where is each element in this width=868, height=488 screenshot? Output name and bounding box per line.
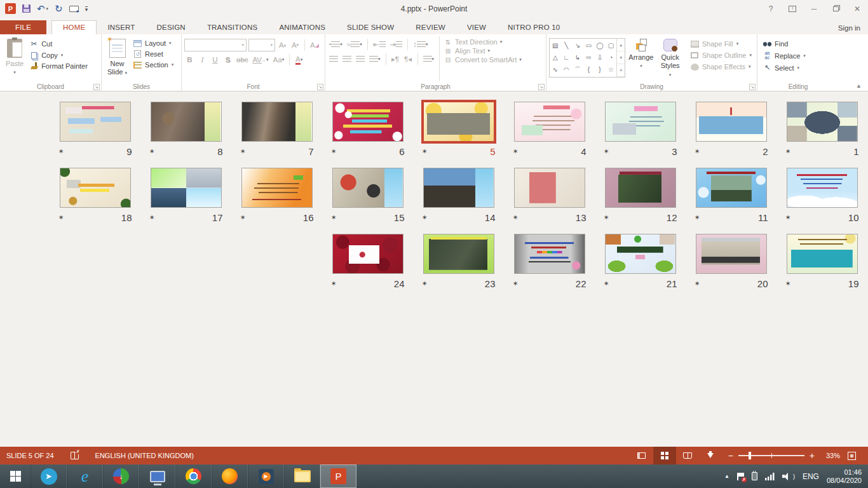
slide-cell-10[interactable]: ✶10: [776, 168, 867, 223]
increase-indent-button[interactable]: ⇥: [389, 39, 404, 50]
animation-star-icon[interactable]: ✶: [240, 214, 246, 222]
shapes-gallery-scrollbar[interactable]: ▲ ▼ ≚: [616, 39, 625, 77]
animation-star-icon[interactable]: ✶: [149, 147, 155, 156]
close-button[interactable]: ✕: [846, 0, 868, 17]
slide-cell-17[interactable]: ✶17: [140, 168, 231, 223]
animation-star-icon[interactable]: ✶: [422, 214, 428, 222]
justify-button[interactable]: ▾: [368, 53, 382, 65]
animation-star-icon[interactable]: ✶: [58, 147, 64, 156]
slide-thumbnail-1[interactable]: [787, 102, 858, 142]
ribbon-tab-home[interactable]: HOME: [51, 20, 97, 34]
taskbar-firefox-button[interactable]: [212, 464, 248, 488]
select-button[interactable]: ↖Select▾: [760, 62, 808, 73]
powerpoint-app-icon[interactable]: P: [5, 3, 16, 14]
down-arrow-shape-icon[interactable]: ⇩: [597, 54, 602, 62]
slide-sorter-view-button[interactable]: [653, 447, 676, 464]
zoom-out-button[interactable]: −: [728, 452, 733, 459]
animation-star-icon[interactable]: ✶: [695, 214, 700, 222]
text-box-shape-icon[interactable]: ▤: [552, 42, 558, 50]
start-from-beginning-button[interactable]: [69, 6, 79, 12]
slide-thumbnail-4[interactable]: [514, 102, 585, 142]
power-icon[interactable]: [752, 472, 757, 480]
triangle-shape-icon[interactable]: △: [553, 54, 558, 62]
animation-star-icon[interactable]: ✶: [58, 214, 64, 222]
ltr-direction-button[interactable]: ▸¶: [390, 53, 401, 65]
slide-thumbnail-7[interactable]: [241, 102, 313, 142]
slide-thumbnail-21[interactable]: [605, 234, 676, 274]
ribbon-tab-review[interactable]: REVIEW: [405, 21, 456, 34]
rectangle-shape-icon[interactable]: ▭: [586, 42, 592, 50]
rtl-direction-button[interactable]: ¶◂: [403, 53, 414, 65]
layout-button[interactable]: Layout▾: [130, 38, 176, 48]
slide-thumbnail-3[interactable]: [605, 102, 676, 142]
animation-star-icon[interactable]: ✶: [422, 147, 428, 156]
slide-sorter-canvas[interactable]: ✶9✶8✶7✶6✶5✶4✶3✶2✶1✶18✶17✶16✶15✶14✶13✶12✶…: [0, 92, 868, 447]
save-button[interactable]: [22, 4, 31, 13]
bullets-button[interactable]: •▾: [328, 39, 344, 50]
slide-thumbnail-24[interactable]: [332, 234, 403, 274]
animation-star-icon[interactable]: ✶: [604, 147, 609, 156]
slide-cell-2[interactable]: ✶2: [686, 102, 776, 157]
slide-cell-1[interactable]: ✶1: [776, 102, 867, 157]
ribbon-tab-nitro-pro-10[interactable]: NITRO PRO 10: [497, 21, 571, 34]
slide-cell-15[interactable]: ✶15: [322, 168, 413, 223]
slide-cell-13[interactable]: ✶13: [504, 168, 595, 223]
slide-cell-3[interactable]: ✶3: [595, 102, 686, 157]
slide-thumbnail-22[interactable]: [514, 234, 585, 274]
cut-button[interactable]: ✂Cut: [27, 38, 90, 50]
redo-button[interactable]: ↻: [55, 4, 63, 13]
undo-dropdown-caret[interactable]: ▾: [46, 6, 49, 11]
elbow-connector-icon[interactable]: ∟: [563, 54, 569, 62]
scribble-shape-icon[interactable]: ∿: [553, 66, 558, 74]
slide-cell-5[interactable]: ✶5: [413, 102, 504, 157]
align-center-button[interactable]: [341, 53, 353, 65]
taskbar-media-player-button[interactable]: ▶: [248, 464, 284, 488]
oval-shape-icon[interactable]: ◯: [596, 42, 603, 50]
shape-icons[interactable]: ▤╲↘▭◯▢ △∟↳⇨⇩◔ ∿◠⌒{}☆: [550, 39, 616, 77]
animation-star-icon[interactable]: ✶: [513, 280, 519, 288]
spell-check-icon[interactable]: [71, 452, 79, 459]
slide-thumbnail-6[interactable]: [332, 102, 403, 142]
language-indicator[interactable]: ENGLISH (UNITED KINGDOM): [95, 452, 194, 459]
arrange-button[interactable]: Arrange ▾: [625, 36, 656, 81]
curve-shape-icon[interactable]: ⌒: [574, 66, 581, 74]
ribbon-tab-transitions[interactable]: TRANSITIONS: [196, 21, 269, 34]
copy-button[interactable]: Copy▾: [27, 50, 90, 60]
fit-slide-to-window-button[interactable]: [840, 447, 863, 464]
slide-cell-11[interactable]: ✶11: [686, 168, 776, 223]
animation-star-icon[interactable]: ✶: [785, 280, 791, 288]
animation-star-icon[interactable]: ✶: [331, 280, 337, 288]
drawing-dialog-launcher[interactable]: ↘: [749, 84, 756, 90]
find-button[interactable]: Find: [760, 39, 808, 49]
clock[interactable]: 01:46 08/04/2020: [827, 468, 862, 485]
slide-cell-24[interactable]: ✶24: [322, 234, 413, 289]
taskbar-powerpoint-button[interactable]: P: [320, 464, 356, 488]
help-button[interactable]: ?: [760, 0, 782, 17]
show-hidden-icons-button[interactable]: ▲: [724, 473, 729, 479]
slide-cell-6[interactable]: ✶6: [322, 102, 413, 157]
action-center-flag-icon[interactable]: [737, 473, 744, 480]
slide-cell-7[interactable]: ✶7: [231, 102, 322, 157]
taskbar-telegram-button[interactable]: ➤: [31, 464, 67, 488]
slide-thumbnail-14[interactable]: [423, 168, 494, 208]
clipboard-dialog-launcher[interactable]: ↘: [93, 84, 100, 90]
strikethrough-button[interactable]: abc: [235, 54, 250, 65]
ribbon-tab-insert[interactable]: INSERT: [97, 21, 146, 34]
shape-effects-button[interactable]: Shape Effects▾: [688, 62, 754, 72]
slide-thumbnail-10[interactable]: [787, 168, 858, 208]
taskbar-download-manager-button[interactable]: ↓: [103, 464, 139, 488]
decrease-indent-button[interactable]: ⇤: [372, 39, 387, 50]
reading-view-button[interactable]: [676, 447, 699, 464]
slide-thumbnail-9[interactable]: [60, 102, 131, 142]
input-language-indicator[interactable]: ENG: [803, 472, 819, 481]
decrease-font-size-button[interactable]: A▾: [290, 39, 301, 51]
animation-star-icon[interactable]: ✶: [331, 147, 337, 156]
animation-star-icon[interactable]: ✶: [422, 280, 428, 288]
shape-fill-button[interactable]: Shape Fill▾: [688, 39, 754, 49]
slide-cell-22[interactable]: ✶22: [504, 234, 595, 289]
animation-star-icon[interactable]: ✶: [785, 147, 791, 156]
line-spacing-button[interactable]: ↕▾: [412, 39, 429, 50]
start-button[interactable]: [0, 464, 31, 488]
animation-star-icon[interactable]: ✶: [149, 214, 155, 222]
star-shape-icon[interactable]: ☆: [608, 66, 614, 74]
